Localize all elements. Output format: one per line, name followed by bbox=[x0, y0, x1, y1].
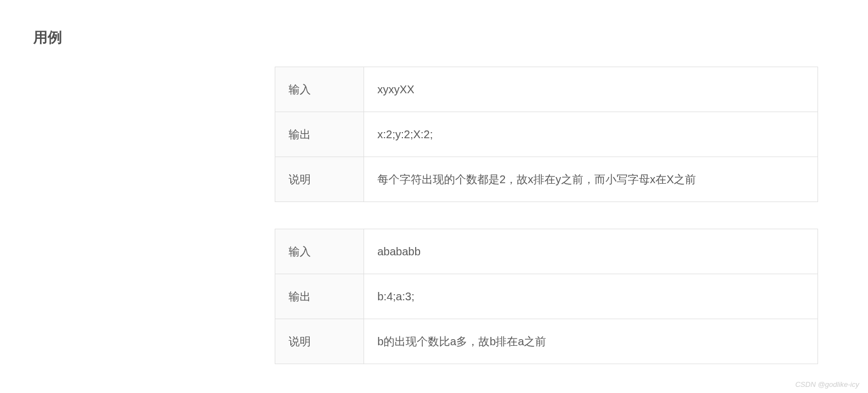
example-table-1: 输入 xyxyXX 输出 x:2;y:2;X:2; 说明 每个字符出现的个数都是… bbox=[275, 67, 818, 202]
table-row: 输入 xyxyXX bbox=[275, 67, 818, 112]
table-row: 说明 每个字符出现的个数都是2，故x排在y之前，而小写字母x在X之前 bbox=[275, 157, 818, 202]
row-label: 输出 bbox=[275, 274, 364, 319]
document-container: 用例 输入 xyxyXX 输出 x:2;y:2;X:2; 说明 每个字符出现的个… bbox=[0, 0, 868, 393]
section-heading: 用例 bbox=[33, 28, 835, 47]
row-value: xyxyXX bbox=[364, 67, 818, 112]
table-row: 说明 b的出现个数比a多，故b排在a之前 bbox=[275, 319, 818, 364]
row-label: 输出 bbox=[275, 112, 364, 157]
table-row: 输出 b:4;a:3; bbox=[275, 274, 818, 319]
row-label: 说明 bbox=[275, 319, 364, 364]
watermark: CSDN @godlike-icy bbox=[795, 380, 859, 389]
row-value: x:2;y:2;X:2; bbox=[364, 112, 818, 157]
row-value: abababb bbox=[364, 229, 818, 274]
row-label: 输入 bbox=[275, 229, 364, 274]
table-row: 输入 abababb bbox=[275, 229, 818, 274]
table-row: 输出 x:2;y:2;X:2; bbox=[275, 112, 818, 157]
row-label: 说明 bbox=[275, 157, 364, 202]
row-value: b:4;a:3; bbox=[364, 274, 818, 319]
row-value: b的出现个数比a多，故b排在a之前 bbox=[364, 319, 818, 364]
table: 输入 xyxyXX 输出 x:2;y:2;X:2; 说明 每个字符出现的个数都是… bbox=[275, 67, 818, 202]
row-value: 每个字符出现的个数都是2，故x排在y之前，而小写字母x在X之前 bbox=[364, 157, 818, 202]
row-label: 输入 bbox=[275, 67, 364, 112]
table: 输入 abababb 输出 b:4;a:3; 说明 b的出现个数比a多，故b排在… bbox=[275, 229, 818, 364]
example-table-2: 输入 abababb 输出 b:4;a:3; 说明 b的出现个数比a多，故b排在… bbox=[275, 229, 818, 364]
